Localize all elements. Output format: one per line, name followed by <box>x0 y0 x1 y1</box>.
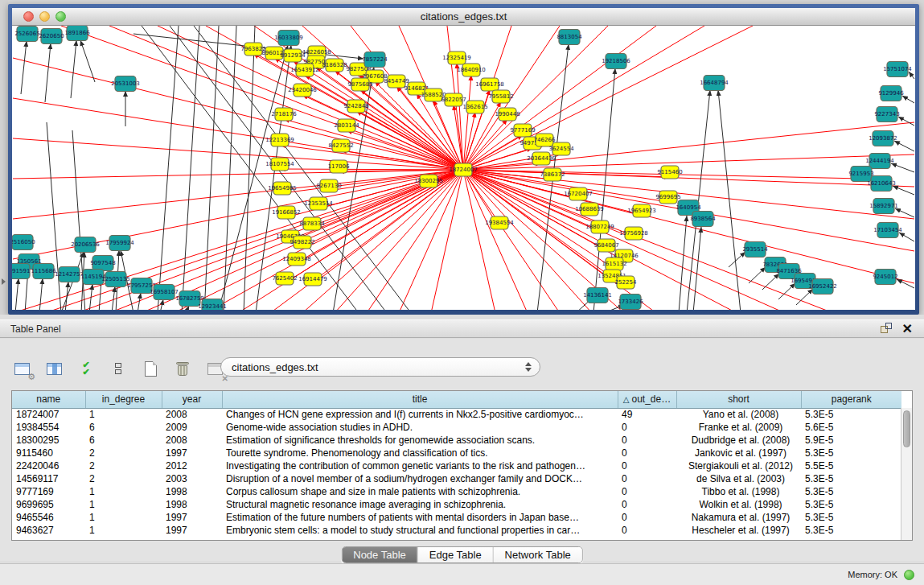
column-header-indegree[interactable]: in_degree <box>85 391 162 408</box>
graph-node[interactable]: 19654923 <box>627 204 656 217</box>
table-cell[interactable]: Corpus callosum shape and size in male p… <box>222 485 618 498</box>
graph-node[interactable]: 12923441 <box>198 299 227 311</box>
graph-node[interactable]: 15892971 <box>869 199 898 214</box>
graph-edge[interactable] <box>21 41 27 94</box>
graph-node[interactable]: 1615132 <box>602 257 626 270</box>
graph-node[interactable]: 8267130 <box>316 179 341 192</box>
table-cell[interactable]: 9463627 <box>12 524 85 537</box>
graph-node[interactable]: 9875685 <box>347 78 372 91</box>
column-header-year[interactable]: year <box>162 391 222 408</box>
table-cell[interactable]: 0 <box>618 498 676 511</box>
graph-node[interactable]: 9115460 <box>657 166 682 179</box>
table-cell[interactable]: 5.3E-5 <box>801 485 901 498</box>
table-cell[interactable]: 5.3E-5 <box>801 447 901 459</box>
graph-node[interactable]: 1115686 <box>31 264 56 279</box>
table-cell[interactable]: 5.5E-5 <box>801 459 901 472</box>
table-cell[interactable]: 18300295 <box>12 434 85 447</box>
table-cell[interactable]: Disruption of a novel member of a sodium… <box>222 472 618 485</box>
graph-node[interactable]: 16033809 <box>274 31 303 46</box>
graph-node[interactable]: 9245012 <box>873 270 897 285</box>
table-cell[interactable]: 0 <box>618 459 676 472</box>
graph-node[interactable]: 20206536 <box>71 237 100 253</box>
table-cell[interactable]: Tibbo et al. (1998) <box>676 485 801 498</box>
graph-edge[interactable] <box>749 267 766 283</box>
graph-node[interactable]: 17959924 <box>105 236 134 251</box>
table-cell[interactable]: Jankovic et al. (1997) <box>676 447 801 459</box>
graph-node[interactable]: 252254 <box>615 276 637 289</box>
table-cell[interactable]: 2008 <box>162 408 222 421</box>
table-cell[interactable]: 6 <box>85 421 162 434</box>
graph-node[interactable]: 20531003 <box>111 76 140 92</box>
table-cell[interactable]: 1997 <box>162 524 222 537</box>
column-header-name[interactable]: name <box>12 391 85 408</box>
table-cell[interactable]: 0 <box>618 447 676 459</box>
graph-edge[interactable] <box>895 208 914 217</box>
graph-node[interactable]: 1362615 <box>462 101 487 113</box>
graph-node[interactable]: 9777169 <box>510 124 535 137</box>
float-panel-icon[interactable] <box>881 323 893 335</box>
graph-node[interactable]: 9684067 <box>593 239 618 252</box>
graph-node[interactable]: 9129946 <box>878 86 904 101</box>
graph-node[interactable]: 7857224 <box>362 52 388 68</box>
table-cell[interactable]: 14569117 <box>12 472 85 485</box>
table-row[interactable]: 977716911998Corpus callosum shape and si… <box>12 485 901 498</box>
graph-edge[interactable] <box>463 75 471 170</box>
tab-network-table[interactable]: Network Table <box>494 547 582 562</box>
graph-edge[interactable] <box>679 216 687 310</box>
column-header-short[interactable]: short <box>676 391 801 408</box>
table-cell[interactable]: 5.6E-5 <box>801 421 901 434</box>
graph-node[interactable]: 12505135 <box>101 272 130 287</box>
graph-edge[interactable] <box>15 278 18 310</box>
graph-node[interactable]: 14136141 <box>583 288 612 303</box>
graph-node[interactable]: 16958107 <box>150 285 179 300</box>
graph-edge[interactable] <box>897 279 914 288</box>
table-cell[interactable]: 5.9E-5 <box>801 434 901 447</box>
graph-node[interactable]: 19218506 <box>602 54 630 69</box>
table-cell[interactable]: 2008 <box>162 434 222 447</box>
table-cell[interactable]: Investigating the contribution of common… <box>222 459 618 472</box>
graph-edge[interactable] <box>39 278 43 310</box>
table-cell[interactable]: 0 <box>618 472 676 485</box>
graph-node[interactable]: 12093872 <box>869 131 897 146</box>
table-cell[interactable]: 9777169 <box>12 485 85 498</box>
graph-node[interactable]: 8938564 <box>690 212 716 227</box>
graph-node[interactable]: 19756928 <box>619 227 648 240</box>
table-cell[interactable]: 9115460 <box>12 447 85 459</box>
graph-node[interactable]: 117006 <box>328 160 350 173</box>
graph-edge[interactable] <box>280 169 463 170</box>
graph-node[interactable]: 9097548 <box>90 256 115 271</box>
table-cell[interactable]: Tourette syndrome. Phenomenology and cla… <box>222 447 618 459</box>
graph-node[interactable]: 2516050 <box>12 235 35 250</box>
graph-node[interactable]: 2620650 <box>39 29 64 44</box>
new-column-button[interactable] <box>140 358 161 379</box>
table-row[interactable]: 911546021997Tourette syndrome. Phenomeno… <box>12 447 901 459</box>
table-cell[interactable]: 2003 <box>162 472 222 485</box>
network-canvas-container[interactable]: 1872400779638228960128891293418226058982… <box>12 26 915 310</box>
table-cell[interactable]: 1 <box>85 524 162 537</box>
table-vertical-scrollbar[interactable] <box>901 408 912 540</box>
graph-node[interactable]: 9242848 <box>343 100 368 113</box>
graph-node[interactable]: 12325419 <box>442 51 471 64</box>
table-cell[interactable]: 2 <box>85 447 162 459</box>
graph-edge[interactable] <box>80 40 95 82</box>
table-cell[interactable]: Yano et al. (2008) <box>676 408 801 421</box>
graph-node[interactable]: 2803144 <box>334 119 359 132</box>
graph-node[interactable]: 391591 <box>12 264 30 279</box>
table-cell[interactable]: 1 <box>85 511 162 524</box>
table-cell[interactable]: 2012 <box>162 459 222 472</box>
table-row[interactable]: 1830029562008Estimation of significance … <box>12 434 901 447</box>
table-row[interactable]: 2242004622012Investigating the contribut… <box>12 459 901 472</box>
table-cell[interactable]: Hescheler et al. (1997) <box>676 524 801 537</box>
table-cell[interactable]: 2 <box>85 472 162 485</box>
tab-edge-table[interactable]: Edge Table <box>418 547 494 562</box>
graph-node[interactable]: 16952422 <box>808 279 837 295</box>
graph-edge[interactable] <box>457 63 463 170</box>
graph-edge[interactable] <box>898 117 914 126</box>
graph-node[interactable]: 8186328 <box>322 59 347 72</box>
table-cell[interactable]: 1998 <box>162 498 222 511</box>
graph-edge[interactable] <box>45 43 51 102</box>
table-cell[interactable]: Genome-wide association studies in ADHD. <box>222 421 618 434</box>
table-row[interactable]: 969969511998Structural magnetic resonanc… <box>12 498 901 511</box>
table-cell[interactable]: 5.3E-5 <box>801 498 901 511</box>
graph-node[interactable]: 12142757 <box>55 267 84 282</box>
